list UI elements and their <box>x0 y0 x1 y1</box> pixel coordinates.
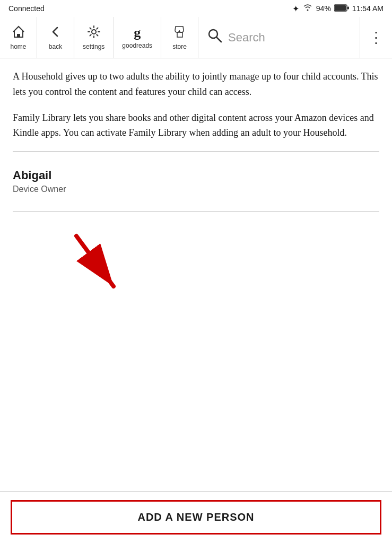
svg-line-8 <box>216 37 221 42</box>
connection-status: Connected <box>8 4 45 13</box>
paragraph-family-library: Family Library lets you share books and … <box>13 110 379 141</box>
nav-store[interactable]: store <box>161 17 198 58</box>
settings-label: settings <box>83 43 104 50</box>
home-label: home <box>10 43 26 50</box>
divider-bottom <box>13 211 379 212</box>
store-label: store <box>172 43 187 50</box>
arrow-icon <box>66 231 135 300</box>
goodreads-icon: g <box>134 26 141 40</box>
goodreads-label: goodreads <box>122 42 152 49</box>
main-content: A Household gives up to two adults the a… <box>0 58 392 294</box>
battery-icon <box>334 4 349 13</box>
svg-rect-6 <box>177 32 182 37</box>
divider-top <box>13 151 379 152</box>
nav-settings[interactable]: settings <box>74 17 114 58</box>
bluetooth-icon: ✦ <box>292 4 299 14</box>
settings-icon <box>87 25 101 41</box>
back-icon <box>49 25 63 41</box>
add-person-button[interactable]: ADD A NEW PERSON <box>11 500 381 535</box>
svg-point-5 <box>92 30 96 34</box>
user-name: Abigail <box>13 169 379 182</box>
user-role: Device Owner <box>13 185 379 194</box>
user-section: Abigail Device Owner <box>13 160 379 203</box>
search-placeholder: Search <box>228 31 265 45</box>
status-right: ✦ 94% 11:54 AM <box>292 3 384 14</box>
svg-line-10 <box>76 236 114 286</box>
nav-home[interactable]: home <box>0 17 37 58</box>
arrow-area <box>13 220 379 284</box>
nav-goodreads[interactable]: g goodreads <box>114 17 161 58</box>
back-label: back <box>49 43 62 50</box>
battery-percentage: 94% <box>316 4 331 13</box>
bottom-section: ADD A NEW PERSON <box>0 491 392 543</box>
svg-rect-2 <box>335 5 346 11</box>
store-icon <box>173 25 187 41</box>
status-bar: Connected ✦ 94% 11:54 AM <box>0 0 392 17</box>
home-icon <box>12 25 25 41</box>
search-icon <box>207 28 223 47</box>
nav-search[interactable]: Search <box>198 17 360 58</box>
svg-rect-4 <box>17 34 20 37</box>
nav-more[interactable]: ⋮ <box>360 17 392 58</box>
paragraph-household: A Household gives up to two adults the a… <box>13 69 379 100</box>
navigation-bar: home back settings g goodreads <box>0 17 392 58</box>
more-icon: ⋮ <box>369 29 384 46</box>
wifi-icon <box>302 3 313 14</box>
nav-back[interactable]: back <box>37 17 74 58</box>
svg-point-0 <box>307 10 308 11</box>
svg-rect-3 <box>347 6 349 9</box>
time-display: 11:54 AM <box>352 4 384 13</box>
